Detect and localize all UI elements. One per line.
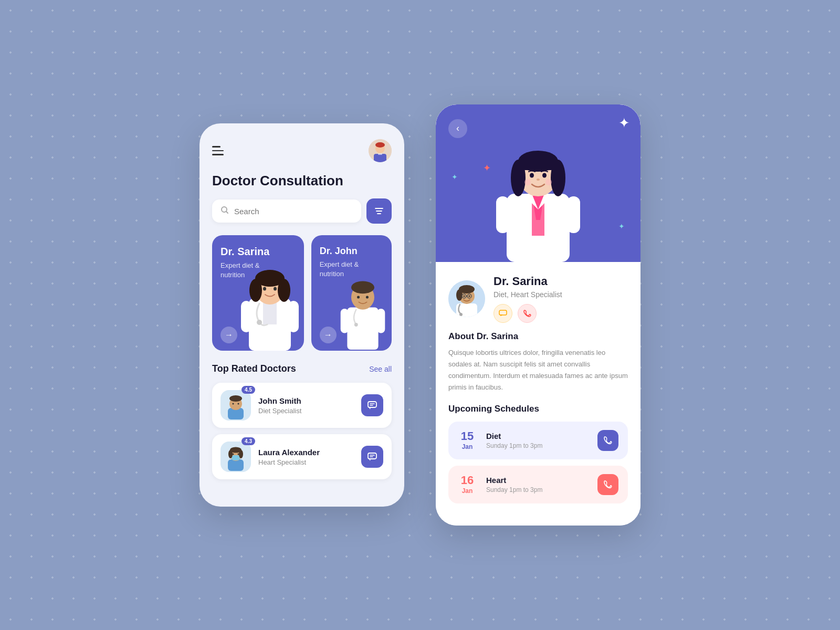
search-bar	[212, 198, 392, 224]
right-content: Dr. Sarina Diet, Heart Specialist	[436, 262, 640, 526]
schedule-type-2: Heart	[486, 476, 597, 485]
schedule-day-2: 16	[458, 475, 477, 486]
svg-rect-28	[377, 309, 385, 333]
screens-container: Doctor Consultation	[200, 104, 640, 526]
filter-button[interactable]	[366, 198, 392, 224]
featured-card-john[interactable]: Dr. John Expert diet &nutrition →	[311, 235, 392, 351]
see-all-button[interactable]: See all	[369, 365, 392, 373]
schedule-details-2: Heart Sunday 1pm to 3pm	[486, 476, 597, 494]
doctor-name-laura: Laura Alexander	[258, 448, 361, 457]
phone-header	[212, 139, 392, 162]
schedule-card-diet[interactable]: 15 Jan Diet Sunday 1pm to 3pm	[448, 422, 628, 459]
schedule-call-btn-2[interactable]	[597, 474, 618, 495]
about-title: About Dr. Sarina	[448, 331, 628, 342]
back-button[interactable]: ‹	[448, 119, 467, 138]
right-header: ‹ ✦ ✦ ✦ ✦	[436, 104, 640, 262]
schedule-month-2: Jan	[458, 487, 477, 495]
phone-button[interactable]	[518, 304, 537, 323]
chat-button-john[interactable]	[361, 394, 383, 416]
svg-point-62	[530, 173, 534, 177]
svg-point-64	[537, 178, 540, 181]
featured-card-sarina[interactable]: Dr. Sarina Expert diet &nutrition →	[212, 235, 304, 351]
user-avatar[interactable]	[369, 139, 392, 162]
svg-point-3	[375, 142, 385, 148]
rating-badge-laura: 4.3	[242, 437, 255, 445]
about-text: Quisque lobortis ultrices dolor, fringil…	[448, 347, 628, 393]
doctor-profile-avatar	[448, 280, 485, 317]
page-title: Doctor Consultation	[212, 173, 392, 189]
schedule-time-2: Sunday 1pm to 3pm	[486, 486, 597, 494]
star-decoration-top: ✦	[618, 115, 630, 131]
svg-rect-61	[518, 160, 558, 170]
schedule-month-1: Jan	[458, 443, 477, 450]
svg-point-26	[354, 323, 358, 327]
svg-point-66	[545, 179, 552, 185]
svg-point-15	[278, 279, 290, 302]
doctor-avatar-wrap-laura: 4.3	[220, 442, 251, 472]
svg-point-17	[274, 287, 277, 291]
svg-rect-39	[228, 459, 244, 471]
schedules-title: Upcoming Schedules	[448, 404, 628, 414]
svg-rect-55	[496, 196, 509, 233]
schedule-call-btn-1[interactable]	[597, 430, 618, 451]
svg-point-23	[351, 281, 374, 294]
svg-point-14	[249, 279, 262, 302]
svg-point-45	[228, 450, 233, 458]
svg-rect-56	[567, 196, 580, 233]
schedule-time-1: Sunday 1pm to 3pm	[486, 442, 597, 449]
svg-point-69	[459, 313, 463, 316]
schedule-details-1: Diet Sunday 1pm to 3pm	[486, 432, 597, 449]
doctor-specialty-john: Diet Specialist	[258, 407, 361, 415]
featured-arrow-sarina[interactable]: →	[220, 327, 237, 343]
doctor-info-john: John Smith Diet Specialist	[258, 396, 361, 415]
featured-name-john: Dr. John	[320, 246, 383, 257]
svg-point-32	[229, 395, 242, 402]
svg-point-46	[239, 450, 243, 458]
message-button[interactable]	[494, 304, 512, 323]
doctor-name-john: John Smith	[258, 396, 361, 405]
svg-point-33	[233, 403, 234, 405]
svg-point-18	[257, 320, 262, 325]
doctor-avatar-john	[220, 390, 251, 421]
star-decoration-bottom: ✦	[618, 222, 625, 230]
menu-icon[interactable]	[212, 146, 224, 155]
doctor-card-john-smith[interactable]: 4.5 John Smith Diet Specialist	[212, 383, 392, 428]
svg-point-65	[524, 179, 531, 185]
svg-point-63	[542, 173, 547, 177]
section-title: Top Rated Doctors	[212, 363, 296, 374]
schedule-day-1: 15	[458, 430, 477, 442]
featured-doctor-img-john	[334, 264, 392, 351]
schedule-card-heart[interactable]: 16 Jan Heart Sunday 1pm to 3pm	[448, 466, 628, 503]
chat-button-laura[interactable]	[361, 446, 383, 468]
search-icon	[220, 206, 229, 216]
svg-point-72	[456, 289, 463, 301]
search-input-wrap[interactable]	[212, 200, 361, 223]
svg-rect-20	[288, 301, 299, 332]
contact-icons	[494, 304, 628, 323]
doctor-specialty-laura: Heart Specialist	[258, 458, 361, 466]
doctor-profile-name: Dr. Sarina	[494, 275, 628, 288]
right-phone: ‹ ✦ ✦ ✦ ✦	[436, 104, 640, 526]
doctor-card-laura[interactable]: 4.3 Laura Alexander Heart Specialist	[212, 434, 392, 479]
doctor-avatar-laura	[220, 442, 251, 472]
svg-point-16	[263, 287, 266, 291]
doctor-illustration	[486, 125, 591, 262]
svg-point-24	[357, 296, 360, 299]
svg-rect-21	[347, 308, 378, 350]
svg-rect-1	[374, 154, 386, 162]
schedule-date-1: 15 Jan	[458, 430, 477, 450]
doctor-avatar-wrap-john: 4.5	[220, 390, 251, 421]
doctor-profile-row: Dr. Sarina Diet, Heart Specialist	[448, 275, 628, 323]
doctor-profile-specialty: Diet, Heart Specialist	[494, 290, 628, 299]
search-input[interactable]	[234, 207, 353, 216]
svg-rect-78	[499, 310, 507, 315]
svg-point-34	[238, 403, 239, 405]
featured-doctor-img-sarina	[236, 251, 304, 351]
svg-point-77	[469, 295, 470, 297]
featured-doctors-row: Dr. Sarina Expert diet &nutrition →	[212, 235, 392, 351]
svg-line-6	[226, 212, 228, 213]
svg-rect-35	[368, 402, 376, 407]
svg-rect-19	[241, 301, 251, 332]
schedule-date-2: 16 Jan	[458, 475, 477, 495]
section-header: Top Rated Doctors See all	[212, 363, 392, 374]
